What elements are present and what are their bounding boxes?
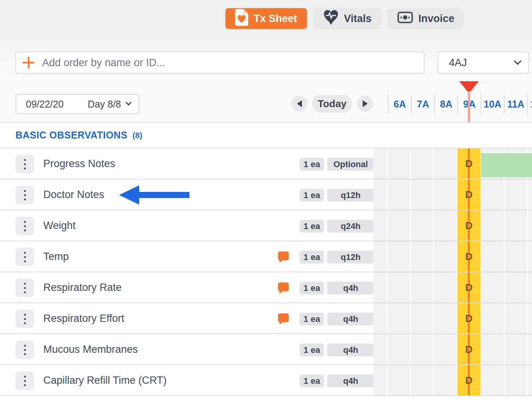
grid-cell[interactable]	[528, 303, 532, 333]
vitals-button[interactable]: Vitals	[314, 8, 382, 29]
completed-cell[interactable]	[481, 153, 532, 177]
vitals-label: Vitals	[344, 13, 372, 25]
grid-cell[interactable]	[505, 180, 527, 210]
grid-cell[interactable]	[411, 241, 433, 272]
row-menu-button[interactable]	[15, 155, 34, 173]
row-menu-button[interactable]	[15, 371, 34, 390]
grid-cell[interactable]	[528, 180, 532, 210]
grid-cell[interactable]	[373, 365, 387, 395]
kebab-dot	[24, 314, 26, 316]
due-cell-9a[interactable]: D	[457, 149, 481, 179]
comment-icon[interactable]	[278, 313, 289, 325]
grid-cell[interactable]	[434, 334, 456, 364]
schedule-grid: D	[373, 241, 532, 272]
due-cell-9a[interactable]: D	[457, 210, 481, 241]
row-menu-button[interactable]	[15, 186, 34, 204]
grid-cell[interactable]	[411, 149, 433, 179]
tx-sheet-label: Tx Sheet	[254, 13, 297, 25]
row-menu-button[interactable]	[15, 248, 34, 266]
grid-cell[interactable]	[505, 210, 527, 241]
grid-cell[interactable]	[434, 303, 456, 333]
schedule-grid: D	[373, 180, 532, 210]
due-cell-9a[interactable]: D	[457, 241, 481, 272]
grid-cell[interactable]	[482, 365, 504, 395]
row-menu-button[interactable]	[15, 279, 34, 297]
grid-cell[interactable]	[505, 334, 527, 364]
grid-cell[interactable]	[373, 180, 387, 210]
due-cell-9a[interactable]: D	[457, 180, 481, 210]
due-marker: D	[457, 241, 481, 272]
kebab-dot	[24, 376, 26, 378]
grid-cell[interactable]	[373, 241, 387, 272]
grid-cell[interactable]	[482, 210, 504, 241]
row-menu-button[interactable]	[15, 310, 34, 328]
grid-cell[interactable]	[411, 180, 433, 210]
tx-sheet-icon	[235, 9, 248, 29]
grid-cell[interactable]	[434, 210, 456, 241]
due-cell-9a[interactable]: D	[457, 334, 481, 364]
location-select[interactable]: 4AJ	[438, 51, 529, 74]
grid-cell[interactable]	[388, 149, 410, 179]
tx-sheet-button[interactable]: Tx Sheet	[225, 8, 307, 29]
row-menu-button[interactable]	[15, 340, 34, 359]
row-menu-button[interactable]	[15, 217, 34, 235]
grid-cell[interactable]	[373, 334, 387, 364]
grid-cell[interactable]	[482, 334, 504, 364]
grid-cell[interactable]	[373, 272, 387, 303]
due-cell-9a[interactable]: D	[457, 303, 481, 333]
grid-cell[interactable]	[434, 272, 456, 303]
grid-cell[interactable]	[388, 334, 410, 364]
grid-cell[interactable]	[411, 303, 433, 333]
grid-cell[interactable]	[434, 241, 456, 272]
grid-cell[interactable]	[373, 303, 387, 333]
grid-cell[interactable]	[505, 365, 527, 395]
grid-cell[interactable]	[528, 365, 532, 395]
schedule-grid: D	[373, 334, 532, 364]
grid-cell[interactable]	[411, 334, 433, 364]
next-day-button[interactable]	[357, 96, 373, 112]
grid-cell[interactable]	[528, 334, 532, 364]
comment-icon[interactable]	[278, 282, 289, 294]
quantity-badge: 1 ea	[300, 189, 324, 202]
grid-cell[interactable]	[388, 210, 410, 241]
due-marker: D	[457, 365, 481, 395]
grid-cell[interactable]	[505, 303, 527, 333]
grid-cell[interactable]	[388, 365, 410, 395]
hour-label-8a: 8A	[434, 95, 457, 113]
grid-cell[interactable]	[482, 180, 504, 210]
grid-cell[interactable]	[388, 272, 410, 303]
grid-cell[interactable]	[388, 303, 410, 333]
grid-cell[interactable]	[528, 272, 532, 303]
grid-cell[interactable]	[388, 180, 410, 210]
grid-cell[interactable]	[373, 149, 387, 179]
frequency-badge: Optional	[327, 158, 374, 171]
previous-day-button[interactable]	[291, 96, 307, 112]
today-button[interactable]: Today	[312, 95, 352, 113]
grid-cell[interactable]	[482, 303, 504, 333]
comment-icon[interactable]	[278, 251, 289, 263]
grid-cell[interactable]	[411, 210, 433, 241]
grid-cell[interactable]	[505, 241, 527, 272]
grid-cell[interactable]	[434, 365, 456, 395]
grid-cell[interactable]	[434, 149, 456, 179]
grid-cell[interactable]	[528, 210, 532, 241]
section-header: BASIC OBSERVATIONS (8)	[0, 123, 532, 149]
grid-cell[interactable]	[482, 241, 504, 272]
order-row: Respiratory Rate 1 ea q4h D	[0, 272, 532, 303]
grid-cell[interactable]	[505, 272, 527, 303]
kebab-dot	[24, 168, 26, 169]
grid-cell[interactable]	[528, 241, 532, 272]
grid-cell[interactable]	[411, 272, 433, 303]
grid-cell[interactable]	[482, 272, 504, 303]
grid-cell[interactable]	[434, 180, 456, 210]
date-selector[interactable]: 09/22/20 Day 8/8	[15, 94, 139, 114]
grid-cell[interactable]	[388, 241, 410, 272]
invoice-button[interactable]: Invoice	[388, 8, 464, 29]
due-cell-9a[interactable]: D	[457, 272, 481, 303]
order-row: Capillary Refill Time (CRT) 1 ea q4h D	[0, 365, 532, 396]
grid-cell[interactable]	[373, 210, 387, 241]
due-cell-9a[interactable]: D	[457, 365, 481, 395]
add-order-input[interactable]	[42, 57, 424, 69]
frequency-badge: q4h	[327, 375, 374, 387]
grid-cell[interactable]	[411, 365, 433, 395]
